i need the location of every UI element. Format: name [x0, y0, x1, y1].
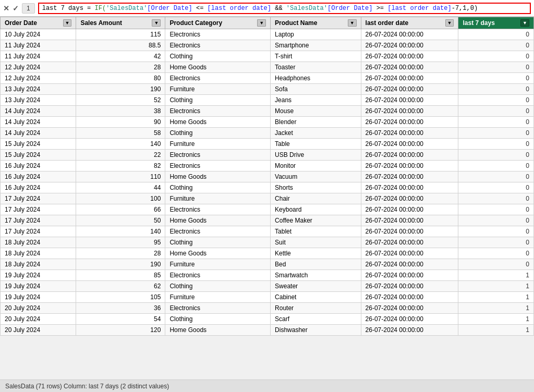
cell-sales_amount: 58 [76, 128, 165, 139]
table-row: 11 July 202442ClothingT-shirt26-07-2024 … [1, 51, 534, 62]
table-row: 16 July 202444ClothingShorts26-07-2024 0… [1, 182, 534, 193]
table-row: 16 July 2024110Home GoodsVacuum26-07-202… [1, 172, 534, 182]
cell-last_7_days: 1 [458, 325, 534, 336]
cell-last_7_days: 0 [458, 193, 534, 204]
cell-order_date: 18 July 2024 [1, 237, 76, 248]
cell-last_order_date: 26-07-2024 00:00:00 [361, 248, 458, 259]
table-row: 19 July 2024105FurnitureCabinet26-07-202… [1, 292, 534, 303]
col-dropdown-sales_amount[interactable]: ▼ [152, 19, 161, 27]
cell-last_order_date: 26-07-2024 00:00:00 [361, 259, 458, 270]
col-dropdown-order_date[interactable]: ▼ [63, 19, 72, 27]
cell-last_order_date: 26-07-2024 00:00:00 [361, 62, 458, 73]
col-label-order_date: Order Date [5, 19, 37, 27]
cell-last_order_date: 26-07-2024 00:00:00 [361, 204, 458, 215]
cell-product_name: USB Drive [271, 150, 361, 161]
formula-bar: ✕ ✓ 1 last 7 days = IF('SalesData'[Order… [0, 0, 534, 17]
close-icon[interactable]: ✕ [3, 4, 9, 13]
cell-last_order_date: 26-07-2024 00:00:00 [361, 270, 458, 281]
cell-last_order_date: 26-07-2024 00:00:00 [361, 182, 458, 193]
col-dropdown-product_category[interactable]: ▼ [257, 19, 266, 27]
col-dropdown-product_name[interactable]: ▼ [348, 19, 357, 27]
cell-product_name: Router [271, 303, 361, 314]
cell-sales_amount: 66 [76, 204, 165, 215]
cell-order_date: 13 July 2024 [1, 84, 76, 95]
cell-product_category: Furniture [165, 193, 271, 204]
cell-last_7_days: 0 [458, 150, 534, 161]
cell-sales_amount: 115 [76, 29, 165, 40]
cell-last_order_date: 26-07-2024 00:00:00 [361, 117, 458, 128]
cell-product_category: Furniture [165, 259, 271, 270]
cell-product_name: Tablet [271, 226, 361, 237]
col-dropdown-last_order_date[interactable]: ▼ [445, 19, 454, 27]
table-row: 18 July 202428Home GoodsKettle26-07-2024… [1, 248, 534, 259]
cell-sales_amount: 95 [76, 237, 165, 248]
cell-order_date: 19 July 2024 [1, 270, 76, 281]
cell-last_order_date: 26-07-2024 00:00:00 [361, 128, 458, 139]
cell-product_name: Keyboard [271, 204, 361, 215]
cell-last_7_days: 0 [458, 215, 534, 226]
table-row: 10 July 2024115ElectronicsLaptop26-07-20… [1, 29, 534, 40]
table-row: 15 July 2024140FurnitureTable26-07-2024 … [1, 139, 534, 150]
cell-order_date: 19 July 2024 [1, 281, 76, 292]
table-row: 14 July 202458ClothingJacket26-07-2024 0… [1, 128, 534, 139]
table-row: 17 July 202450Home GoodsCoffee Maker26-0… [1, 215, 534, 226]
cell-product_name: Chair [271, 193, 361, 204]
cell-product_category: Furniture [165, 84, 271, 95]
table-row: 20 July 202436ElectronicsRouter26-07-202… [1, 303, 534, 314]
formula-input[interactable]: last 7 days = IF('SalesData'[Order Date]… [38, 3, 531, 14]
cell-product_category: Home Goods [165, 325, 271, 336]
cell-order_date: 18 July 2024 [1, 259, 76, 270]
cell-product_category: Electronics [165, 40, 271, 51]
cell-sales_amount: 38 [76, 106, 165, 117]
cell-order_date: 10 July 2024 [1, 29, 76, 40]
cell-last_order_date: 26-07-2024 00:00:00 [361, 150, 458, 161]
cell-last_7_days: 0 [458, 73, 534, 84]
cell-sales_amount: 190 [76, 259, 165, 270]
cell-order_date: 11 July 2024 [1, 51, 76, 62]
cell-product_name: Jacket [271, 128, 361, 139]
cell-last_7_days: 1 [458, 303, 534, 314]
cell-product_category: Home Goods [165, 172, 271, 182]
cell-last_order_date: 26-07-2024 00:00:00 [361, 40, 458, 51]
col-dropdown-last_7_days[interactable]: ▼ [520, 19, 529, 27]
cell-last_7_days: 1 [458, 270, 534, 281]
cell-last_7_days: 0 [458, 106, 534, 117]
cell-product_category: Clothing [165, 95, 271, 106]
col-header-last_7_days: last 7 days▼ [458, 17, 534, 29]
cell-last_order_date: 26-07-2024 00:00:00 [361, 95, 458, 106]
cell-last_order_date: 26-07-2024 00:00:00 [361, 303, 458, 314]
table-row: 19 July 202462ClothingSweater26-07-2024 … [1, 281, 534, 292]
cell-product_name: Headphones [271, 73, 361, 84]
cell-last_order_date: 26-07-2024 00:00:00 [361, 193, 458, 204]
cell-product_name: Coffee Maker [271, 215, 361, 226]
cell-order_date: 16 July 2024 [1, 161, 76, 172]
cell-order_date: 17 July 2024 [1, 193, 76, 204]
cell-last_order_date: 26-07-2024 00:00:00 [361, 325, 458, 336]
cell-sales_amount: 105 [76, 292, 165, 303]
cell-product_category: Clothing [165, 237, 271, 248]
cell-last_7_days: 0 [458, 248, 534, 259]
cell-last_order_date: 26-07-2024 00:00:00 [361, 139, 458, 150]
cell-product_category: Clothing [165, 51, 271, 62]
col-label-last_7_days: last 7 days [463, 19, 494, 27]
formula-bar-icons: ✕ ✓ [3, 4, 19, 13]
cell-product_category: Clothing [165, 281, 271, 292]
cell-sales_amount: 80 [76, 73, 165, 84]
cell-last_7_days: 0 [458, 161, 534, 172]
cell-sales_amount: 28 [76, 62, 165, 73]
check-icon[interactable]: ✓ [13, 4, 19, 13]
col-header-product_category: Product Category▼ [165, 17, 271, 29]
cell-product_category: Furniture [165, 139, 271, 150]
cell-last_7_days: 1 [458, 292, 534, 303]
cell-last_7_days: 0 [458, 139, 534, 150]
cell-product_name: Kettle [271, 248, 361, 259]
cell-order_date: 20 July 2024 [1, 303, 76, 314]
cell-last_order_date: 26-07-2024 00:00:00 [361, 281, 458, 292]
cell-last_7_days: 0 [458, 51, 534, 62]
cell-product_category: Clothing [165, 314, 271, 325]
cell-order_date: 17 July 2024 [1, 215, 76, 226]
data-table: Order Date▼Sales Amount▼Product Category… [0, 17, 534, 336]
cell-product_name: Smartwatch [271, 270, 361, 281]
cell-last_order_date: 26-07-2024 00:00:00 [361, 237, 458, 248]
cell-last_7_days: 0 [458, 84, 534, 95]
